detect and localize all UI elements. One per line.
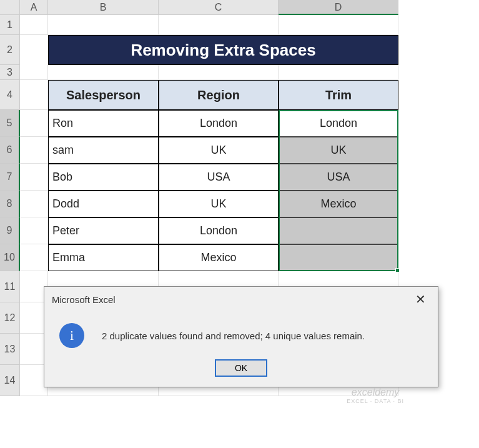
row-header-14[interactable]: 14 <box>0 365 20 396</box>
cell-D9[interactable] <box>279 217 398 244</box>
cell-D6[interactable]: UK <box>279 137 398 164</box>
cell-C6[interactable]: UK <box>159 137 279 164</box>
col-header-C[interactable]: C <box>159 0 279 15</box>
cell-C3[interactable] <box>159 65 279 80</box>
cell-B10[interactable]: Emma <box>48 244 159 271</box>
row-header-10[interactable]: 10 <box>0 244 20 271</box>
cell-C7[interactable]: USA <box>159 164 279 191</box>
row-header-9[interactable]: 9 <box>0 217 20 244</box>
cell-D8[interactable]: Mexico <box>279 191 398 217</box>
cell-B7[interactable]: Bob <box>48 164 159 191</box>
select-all-corner[interactable] <box>0 0 20 15</box>
cell-A3[interactable] <box>20 65 48 80</box>
cell-D3[interactable] <box>279 65 398 80</box>
page-title[interactable]: Removing Extra Spaces <box>48 35 398 65</box>
col-header-B[interactable]: B <box>48 0 159 15</box>
table-header-region[interactable]: Region <box>159 80 279 110</box>
row-header-11[interactable]: 11 <box>0 271 20 302</box>
row-header-2[interactable]: 2 <box>0 35 20 65</box>
cell-B6[interactable]: sam <box>48 137 159 164</box>
cell-C8[interactable]: UK <box>159 191 279 217</box>
cell-B3[interactable] <box>48 65 159 80</box>
cell-A5[interactable] <box>20 110 48 137</box>
cell-D10[interactable] <box>279 244 398 271</box>
cell-A9[interactable] <box>20 217 48 244</box>
cell-C5[interactable]: London <box>159 110 279 137</box>
cell-C9[interactable]: London <box>159 217 279 244</box>
col-header-A[interactable]: A <box>20 0 48 15</box>
info-icon: i <box>59 323 84 348</box>
table-header-salesperson[interactable]: Salesperson <box>48 80 159 110</box>
row-header-1[interactable]: 1 <box>0 15 20 35</box>
cell-A8[interactable] <box>20 191 48 217</box>
cell-B5[interactable]: Ron <box>48 110 159 137</box>
message-dialog: Microsoft Excel ✕ i 2 duplicate values f… <box>44 286 438 387</box>
ok-button[interactable]: OK <box>215 359 267 377</box>
row-header-4[interactable]: 4 <box>0 80 20 110</box>
cell-D7[interactable]: USA <box>279 164 398 191</box>
row-header-5[interactable]: 5 <box>0 110 20 137</box>
row-header-8[interactable]: 8 <box>0 191 20 217</box>
dialog-title-text: Microsoft Excel <box>52 294 116 305</box>
row-header-6[interactable]: 6 <box>0 137 20 164</box>
cell-B9[interactable]: Peter <box>48 217 159 244</box>
cell-A6[interactable] <box>20 137 48 164</box>
cell-A10[interactable] <box>20 244 48 271</box>
col-header-D[interactable]: D <box>279 0 398 15</box>
row-header-3[interactable]: 3 <box>0 65 20 80</box>
close-icon[interactable]: ✕ <box>410 292 430 307</box>
table-header-trim[interactable]: Trim <box>279 80 398 110</box>
cell-C1[interactable] <box>159 15 279 35</box>
cell-C10[interactable]: Mexico <box>159 244 279 271</box>
row-header-12[interactable]: 12 <box>0 302 20 334</box>
row-header-13[interactable]: 13 <box>0 334 20 365</box>
dialog-message: 2 duplicate values found and removed; 4 … <box>102 331 365 341</box>
cell-A7[interactable] <box>20 164 48 191</box>
row-header-7[interactable]: 7 <box>0 164 20 191</box>
cell-D1[interactable] <box>279 15 398 35</box>
cell-B1[interactable] <box>48 15 159 35</box>
cell-B8[interactable]: Dodd <box>48 191 159 217</box>
cell-A4[interactable] <box>20 80 48 110</box>
cell-A1[interactable] <box>20 15 48 35</box>
cell-D5[interactable]: London <box>279 110 398 137</box>
